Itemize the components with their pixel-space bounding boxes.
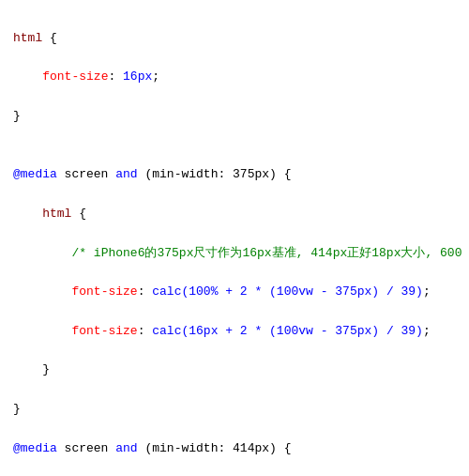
- line-9: font-size: calc(16px + 2 * (100vw - 375p…: [13, 322, 456, 342]
- code-editor: html { font-size: 16px; } @media screen …: [0, 0, 469, 476]
- line-11: }: [13, 400, 456, 420]
- line-3: }: [13, 107, 456, 127]
- line-12: @media screen and (min-width: 414px) {: [13, 439, 456, 459]
- line-10: }: [13, 361, 456, 380]
- line-1: html {: [13, 29, 456, 49]
- line-5: @media screen and (min-width: 375px) {: [13, 165, 456, 185]
- line-2: font-size: 16px;: [13, 68, 456, 87]
- line-6: html {: [13, 205, 456, 224]
- line-8: font-size: calc(100% + 2 * (100vw - 375p…: [13, 283, 456, 302]
- line-7: /* iPhone6的375px尺寸作为16px基准, 414px正好18px大…: [13, 244, 456, 264]
